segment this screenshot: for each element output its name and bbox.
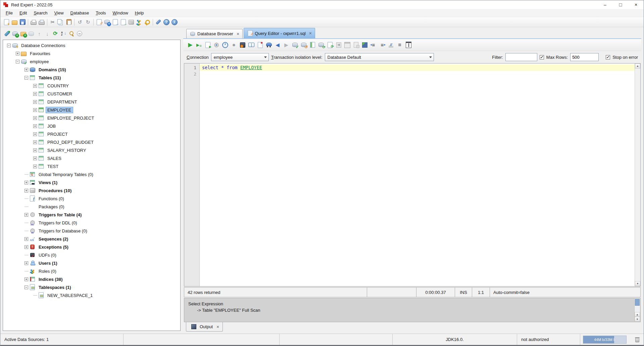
table-disabled-icon[interactable] [344,42,351,48]
expand-toggle-icon[interactable]: + [24,237,28,241]
comment-lines-icon[interactable] [388,42,394,48]
indent-left-icon[interactable] [370,42,377,48]
tree-item-triggers-for-ddl-0[interactable]: Triggers for DDL (0) [3,219,180,227]
expand-toggle-icon[interactable]: + [16,52,19,55]
tree-item-views-1[interactable]: +Views (1) [3,178,180,186]
isolation-select[interactable]: Database Default [325,53,434,61]
expand-toggle-icon[interactable]: + [24,261,28,265]
prev-disabled-icon[interactable] [335,42,342,48]
tree-item-indices-38[interactable]: +Indices (38) [3,275,180,283]
collapse-toggle-icon[interactable]: − [7,44,11,47]
tree-item-sales[interactable]: +SALES [3,154,180,162]
tab-query-editor-скрипт1-sql[interactable]: Query Editor - скрипт1.sql× [244,28,315,38]
find-icon[interactable] [68,30,75,37]
car-icon[interactable] [265,42,272,48]
tree-item-domains-15[interactable]: +Domains (15) [3,66,180,74]
expand-toggle-icon[interactable]: + [33,132,37,136]
export-script-icon[interactable] [112,19,118,26]
move-up-icon[interactable] [36,30,43,37]
print-preview-icon[interactable] [38,19,45,26]
tree-item-roles-0[interactable]: Roles (0) [3,267,180,275]
import-script-icon[interactable] [120,19,127,26]
new-file-icon[interactable] [3,19,10,26]
expand-toggle-icon[interactable]: + [24,277,28,281]
tree-item-new-tablespace-1[interactable]: NEW_TABLESPACE_1 [3,291,180,299]
collapse-toggle-icon[interactable]: − [16,60,19,63]
key-icon[interactable] [144,19,151,26]
tree-item-packages-0[interactable]: Packages (0) [3,203,180,211]
tree-item-project[interactable]: +PROJECT [3,130,180,138]
menu-help[interactable]: Help [132,10,147,16]
execute-to-script-icon[interactable] [204,42,211,48]
menu-tools[interactable]: Tools [92,10,109,16]
collapse-toggle-icon[interactable]: − [24,286,28,289]
tab-close-icon[interactable]: × [309,31,312,36]
move-down-icon[interactable] [44,30,51,37]
max-rows-checkbox[interactable] [540,55,544,59]
scroll-down-icon[interactable]: ▼ [635,317,640,321]
refresh-db-icon[interactable] [318,42,325,48]
expand-toggle-icon[interactable]: + [33,157,37,160]
rollback-icon[interactable] [300,42,307,48]
expand-toggle-icon[interactable]: + [24,189,28,192]
tree-item-tables-11[interactable]: −Tables (11) [3,74,180,82]
tree-item-udfs-0[interactable]: UDFs (0) [3,251,180,259]
new-folder-icon[interactable] [20,30,27,37]
tab-output[interactable]: Output × [186,322,223,332]
export-results-icon[interactable] [239,42,246,48]
close-button[interactable]: × [628,0,644,9]
tab-close-icon[interactable]: × [216,324,219,330]
connection-select[interactable]: employee [211,53,269,61]
bookmark-icon[interactable] [257,42,263,48]
expand-toggle-icon[interactable]: + [33,84,37,88]
menu-view[interactable]: View [51,10,67,16]
edit-script-icon[interactable] [96,19,102,26]
commit-icon[interactable] [292,42,298,48]
tree-item-users-1[interactable]: +Users (1) [3,259,180,267]
tree-item-tablespaces-1[interactable]: −Tablespaces (1) [3,283,180,291]
run-script-icon[interactable] [196,42,202,48]
toggle-editor-icon[interactable] [361,42,368,48]
sort-az-icon[interactable] [60,30,67,37]
tree-item-sequences-2[interactable]: +Sequences (2) [3,235,180,243]
maximize-button[interactable]: □ [613,0,628,9]
tree-item-triggers-for-database-0[interactable]: Triggers for Database (0) [3,227,180,235]
tree-item-favourites[interactable]: +Favourites [3,49,180,57]
tree-item-triggers-for-table-4[interactable]: +Triggers for Table (4) [3,211,180,219]
expand-toggle-icon[interactable]: + [24,181,28,184]
expand-toggle-icon[interactable]: + [33,148,37,152]
reload-script-icon[interactable] [327,42,333,48]
editor-scrollbar[interactable]: ▲ ▼ [635,63,640,286]
scroll-up-icon[interactable]: ▲ [635,63,640,69]
users-admin-icon[interactable] [136,19,143,26]
expand-toggle-icon[interactable]: + [33,140,37,144]
collapse-toggle-icon[interactable]: − [24,76,28,80]
tree-item-job[interactable]: +JOB [3,122,180,130]
tree-item-proj-dept-budget[interactable]: +PROJ_DEPT_BUDGET [3,138,180,146]
expand-toggle-icon[interactable]: + [33,165,37,168]
expand-toggle-icon[interactable]: + [24,213,28,217]
minimize-button[interactable]: – [597,0,613,9]
menu-file[interactable]: File [2,10,16,16]
redo-icon[interactable] [85,19,91,26]
expand-toggle-icon[interactable]: + [33,124,37,128]
prev-query-icon[interactable] [274,42,281,48]
expand-toggle-icon[interactable]: + [33,100,37,104]
refresh-tree-icon[interactable] [52,30,59,37]
menu-window[interactable]: Window [109,10,132,16]
tree-item-procedures-10[interactable]: +Procedures (10) [3,186,180,194]
print-icon[interactable] [30,19,37,26]
help-icon[interactable] [163,19,170,26]
scroll-down-icon[interactable]: ▼ [635,281,640,286]
tree-item-exceptions-5[interactable]: +Exceptions (5) [3,243,180,251]
copy-icon[interactable] [57,19,64,26]
menu-search[interactable]: Search [30,10,51,16]
tab-database-browser[interactable]: Database Browser× [186,29,243,38]
collapse-all-icon[interactable] [76,30,83,37]
expand-toggle-icon[interactable]: + [33,92,37,96]
output-scrollbar[interactable]: ▲ ▼ [634,299,640,321]
tree-item-employee[interactable]: −employee [3,57,180,66]
scrollbar-thumb[interactable] [635,299,640,306]
tree-item-database-connections[interactable]: −Database Connections [3,41,180,49]
sql-code-area[interactable]: select * from EMPLOYEE [200,63,635,286]
